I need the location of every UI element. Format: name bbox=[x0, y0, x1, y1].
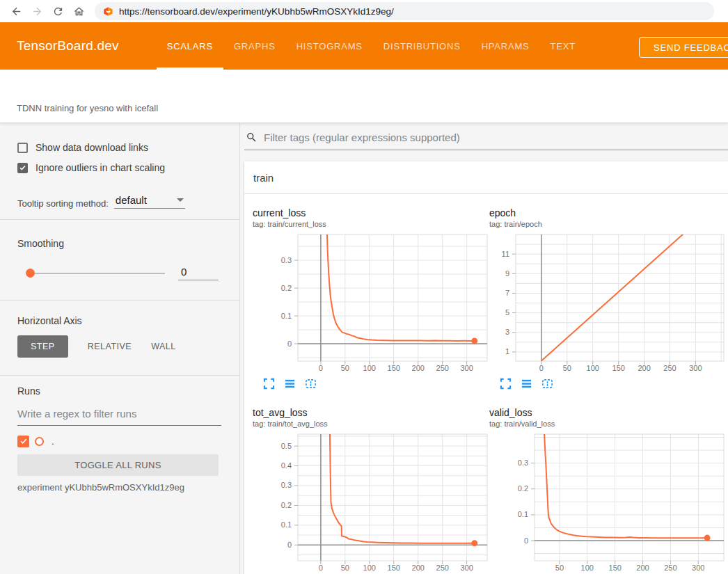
chevron-down-icon bbox=[177, 198, 184, 202]
smoothing-value-field[interactable]: 0 bbox=[178, 266, 219, 280]
svg-text:0: 0 bbox=[524, 536, 528, 545]
line-chart[interactable]: 5010015020025030000.10.20.3 bbox=[489, 431, 726, 574]
show-download-links-row[interactable]: Show data download links bbox=[17, 141, 239, 154]
svg-text:250: 250 bbox=[664, 564, 676, 572]
svg-text:250: 250 bbox=[436, 564, 449, 572]
divider bbox=[0, 375, 239, 376]
svg-text:200: 200 bbox=[638, 364, 650, 372]
svg-text:3: 3 bbox=[505, 328, 509, 336]
section-header-train[interactable]: train bbox=[244, 161, 728, 194]
train-section-card: train current_loss tag: train/current_lo… bbox=[244, 161, 728, 574]
experiment-subtitle-band: TDNN training for yesno with icefall bbox=[0, 70, 728, 123]
chart-toolbar bbox=[489, 377, 726, 391]
expand-chart-icon[interactable] bbox=[262, 377, 275, 390]
svg-text:0.2: 0.2 bbox=[281, 284, 292, 292]
charts-grid: current_loss tag: train/current_loss 050… bbox=[244, 194, 728, 574]
send-feedback-button[interactable]: SEND FEEDBACK bbox=[639, 37, 728, 58]
tab-distributions[interactable]: DISTRIBUTIONS bbox=[373, 22, 471, 70]
reload-icon[interactable] bbox=[49, 2, 67, 20]
chart-tag: tag: train/current_loss bbox=[253, 220, 489, 229]
svg-text:200: 200 bbox=[412, 564, 425, 572]
check-icon bbox=[19, 437, 28, 445]
fit-domain-icon[interactable] bbox=[541, 377, 553, 390]
svg-text:300: 300 bbox=[460, 564, 473, 572]
tooltip-sorting-select[interactable]: default bbox=[114, 194, 185, 209]
tab-scalars[interactable]: SCALARS bbox=[157, 22, 223, 70]
main-panel: train current_loss tag: train/current_lo… bbox=[240, 123, 728, 574]
ignore-outliers-label: Ignore outliers in chart scaling bbox=[35, 162, 165, 173]
svg-text:0.2: 0.2 bbox=[281, 501, 292, 509]
home-icon[interactable] bbox=[70, 2, 88, 20]
svg-text:7: 7 bbox=[505, 289, 509, 297]
slider-knob[interactable] bbox=[26, 269, 35, 278]
chart-title: current_loss bbox=[253, 207, 489, 219]
tab-graphs[interactable]: GRAPHS bbox=[223, 22, 286, 70]
tab-histograms[interactable]: HISTOGRAMS bbox=[286, 22, 373, 70]
run-checkbox[interactable] bbox=[17, 436, 29, 447]
ignore-outliers-row[interactable]: Ignore outliers in chart scaling bbox=[17, 161, 239, 174]
run-color-swatch bbox=[35, 437, 44, 446]
axis-wall-button[interactable]: WALL bbox=[151, 342, 176, 351]
run-row[interactable]: . bbox=[17, 434, 239, 448]
tooltip-sorting-value: default bbox=[116, 194, 147, 206]
chart-tag: tag: train/valid_loss bbox=[489, 420, 726, 429]
svg-text:50: 50 bbox=[341, 564, 349, 572]
svg-text:0.3: 0.3 bbox=[518, 459, 528, 467]
chart-tag: tag: train/epoch bbox=[489, 220, 726, 229]
svg-text:1: 1 bbox=[505, 347, 509, 356]
forward-icon bbox=[28, 2, 46, 20]
back-icon[interactable] bbox=[7, 2, 25, 20]
tooltip-sorting-row: Tooltip sorting method: default bbox=[17, 194, 239, 209]
svg-text:150: 150 bbox=[388, 564, 400, 572]
ignore-outliers-checkbox[interactable] bbox=[17, 163, 28, 173]
tab-bar: SCALARS GRAPHS HISTOGRAMS DISTRIBUTIONS … bbox=[157, 22, 586, 70]
svg-text:0: 0 bbox=[287, 541, 292, 549]
show-download-links-label: Show data download links bbox=[35, 142, 148, 153]
show-download-links-checkbox[interactable] bbox=[17, 143, 28, 153]
tooltip-sorting-label: Tooltip sorting method: bbox=[17, 198, 109, 209]
axis-relative-button[interactable]: RELATIVE bbox=[88, 342, 132, 351]
runs-filter-input[interactable] bbox=[17, 406, 221, 426]
experiment-title: TDNN training for yesno with icefall bbox=[17, 103, 158, 113]
expand-chart-icon[interactable] bbox=[499, 377, 512, 390]
chart-card-valid-loss: valid_loss tag: train/valid_loss 5010015… bbox=[489, 394, 726, 574]
chart-card-epoch: epoch tag: train/epoch 05010015020025030… bbox=[489, 194, 726, 391]
filter-tags-row bbox=[244, 131, 728, 150]
log-scale-icon[interactable] bbox=[283, 377, 296, 390]
smoothing-slider[interactable] bbox=[26, 273, 165, 274]
fit-domain-icon[interactable] bbox=[304, 377, 317, 390]
line-chart[interactable]: 0501001502002503001357911 bbox=[489, 232, 726, 376]
svg-text:150: 150 bbox=[609, 564, 622, 572]
axis-step-button[interactable]: STEP bbox=[17, 335, 68, 358]
svg-text:300: 300 bbox=[460, 364, 473, 372]
svg-text:300: 300 bbox=[692, 564, 704, 572]
svg-text:250: 250 bbox=[436, 364, 449, 372]
sidebar: Show data download links Ignore outliers… bbox=[0, 123, 240, 574]
svg-text:200: 200 bbox=[636, 564, 649, 572]
chart-title: epoch bbox=[489, 207, 726, 219]
svg-text:0.5: 0.5 bbox=[281, 442, 292, 450]
chart-title: valid_loss bbox=[489, 407, 726, 419]
svg-text:5: 5 bbox=[505, 308, 509, 317]
svg-text:150: 150 bbox=[388, 364, 400, 372]
filter-tags-input[interactable] bbox=[264, 131, 728, 143]
svg-text:9: 9 bbox=[505, 269, 509, 278]
tab-hparams[interactable]: HPARAMS bbox=[471, 22, 540, 70]
tab-text[interactable]: TEXT bbox=[540, 22, 586, 70]
line-chart[interactable]: 05010015020025030000.10.20.30.40.5 bbox=[253, 431, 489, 574]
runs-label: Runs bbox=[17, 385, 239, 397]
search-icon bbox=[246, 131, 258, 143]
divider bbox=[0, 219, 239, 220]
chart-card-current-loss: current_loss tag: train/current_loss 050… bbox=[253, 194, 489, 391]
address-bar[interactable]: https://tensorboard.dev/experiment/yKUbh… bbox=[95, 2, 714, 20]
svg-text:0.1: 0.1 bbox=[518, 510, 528, 518]
svg-text:0: 0 bbox=[539, 364, 544, 372]
svg-text:250: 250 bbox=[663, 364, 676, 372]
svg-text:0.2: 0.2 bbox=[518, 484, 528, 493]
svg-text:0.3: 0.3 bbox=[281, 481, 292, 489]
horizontal-axis-label: Horizontal Axis bbox=[17, 315, 239, 326]
line-chart[interactable]: 05010015020025030000.10.20.3 bbox=[253, 232, 489, 376]
chart-card-tot-avg-loss: tot_avg_loss tag: train/tot_avg_loss 050… bbox=[253, 394, 489, 574]
toggle-all-runs-button[interactable]: TOGGLE ALL RUNS bbox=[17, 454, 219, 476]
log-scale-icon[interactable] bbox=[520, 377, 532, 390]
